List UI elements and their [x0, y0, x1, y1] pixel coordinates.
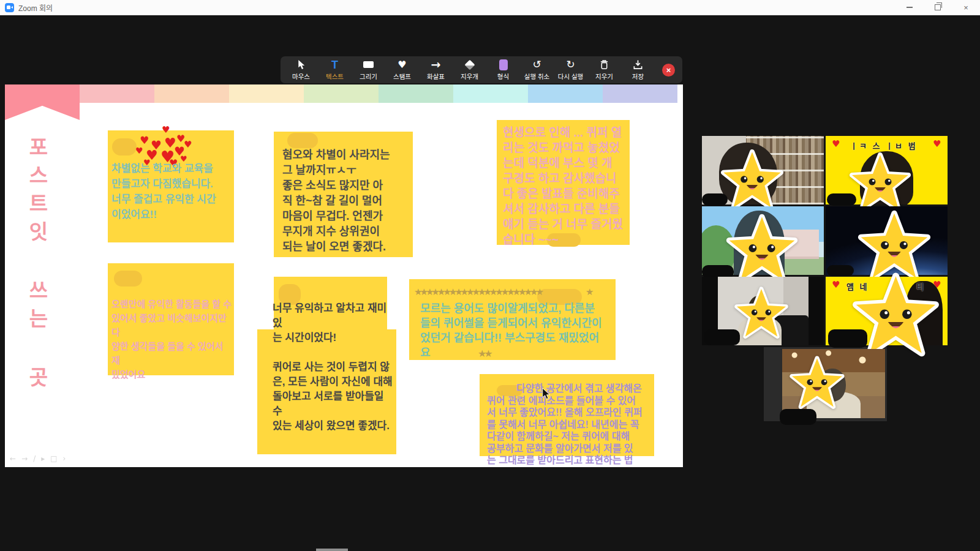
restore-button[interactable] — [924, 0, 952, 15]
heart-stamp-icon: ♥ — [140, 135, 149, 146]
participant-yellow-banner[interactable]: ♥ㅣㅋ 스 ㅣㅂ 범♥ — [826, 136, 948, 204]
redo-icon: ↻ — [566, 59, 575, 70]
draw-icon — [363, 59, 374, 70]
tool-eraser[interactable]: 지우개 — [453, 58, 486, 82]
strip-color-4 — [304, 84, 379, 103]
tool-format-label: 형식 — [497, 72, 509, 81]
ribbon-bookmark — [5, 84, 80, 120]
strip-color-3 — [229, 84, 304, 103]
taskbar-hint — [316, 549, 348, 551]
note-1: ♥♥♥♥♥♥♥♥♥♥♥♥♥차별없는 학교와 교육을 만들고자 다짐했습니다. 너… — [108, 130, 108, 131]
minimize-icon — [907, 7, 913, 8]
star-face-icon — [787, 354, 847, 414]
close-button[interactable]: × — [952, 0, 980, 15]
minimize-button[interactable] — [895, 0, 924, 15]
participant-room[interactable] — [702, 277, 824, 345]
whiteboard-canvas[interactable]: 포스트잇 쓰는 곳 ♥♥♥♥♥♥♥♥♥♥♥♥♥차별없는 학교와 교육을 만들고자… — [5, 84, 683, 467]
window-title: Zoom 회의 — [18, 2, 53, 13]
tool-stamp-label: 스탬프 — [393, 72, 411, 81]
redacted-name-blob — [112, 138, 137, 156]
annotation-close-button[interactable]: × — [662, 64, 675, 77]
tool-format[interactable]: 형식 — [486, 58, 520, 82]
tool-save-label: 저장 — [632, 72, 644, 81]
redacted-name-blob — [114, 271, 142, 287]
strip-color-7 — [528, 84, 603, 103]
strip-color-5 — [379, 84, 453, 103]
tool-redo[interactable]: ↻다시 실행 — [554, 58, 587, 82]
redacted-name-tag — [827, 193, 856, 206]
note-5-text: 너무 유익하고 알차고 재미있 는 시간이었다! 퀴어로 사는 것이 두렵지 않… — [273, 301, 395, 433]
tool-undo[interactable]: ↺실행 취소 — [520, 58, 554, 82]
select-icon[interactable]: ▸ — [41, 454, 45, 463]
star-stamp-icon: ★ — [586, 287, 591, 298]
tool-save[interactable]: 저장 — [621, 58, 655, 82]
note-2: 혐오와 차별이 사라지는 그 날까지ㅠㅅㅜ 좋은 소식도 많지만 아 직 한~참… — [274, 132, 274, 132]
tool-draw[interactable]: 그리기 — [352, 58, 385, 82]
note-6: ★★★★★★★★★★★★★★★★★★★★★★★★★모르는 용어도 많이알게되었고… — [409, 279, 410, 280]
restore-icon — [935, 4, 941, 10]
tool-draw-label: 그리기 — [360, 72, 377, 81]
arrow-icon: → — [431, 59, 441, 70]
note-7: 다양한 공간에서 겪고 생각해온 퀴어 관련 에피소드를 들어볼 수 있어 서 … — [480, 374, 480, 375]
note-7-text: 다양한 공간에서 겪고 생각해온 퀴어 관련 에피소드를 들어볼 수 있어 서 … — [487, 383, 654, 467]
redacted-name-tag — [702, 193, 728, 206]
text-icon: T — [331, 59, 338, 70]
whiteboard-mini-toolbar: ←→/▸□› — [10, 454, 66, 463]
redacted-name-tag — [704, 329, 740, 345]
participant-yellow-banner-2[interactable]: ♥앰 네티♥ — [826, 277, 948, 345]
shape-icon[interactable]: □ — [50, 454, 57, 463]
tool-redo-label: 다시 실행 — [558, 72, 584, 81]
window-controls: × — [895, 0, 980, 15]
tool-arrow-label: 화살표 — [427, 72, 445, 81]
tool-arrow[interactable]: →화살표 — [419, 58, 453, 82]
note-1-text: 차별없는 학교와 교육을 만들고자 다짐했습니다. 너무 즐겁고 유익한 시간 … — [111, 161, 233, 222]
format-icon — [499, 59, 508, 70]
expand-icon[interactable]: › — [63, 454, 66, 463]
note-4: 오랜만에 유익한 활동들을 할 수 있어서 좋았고 비슷해보이지만 다 양한 생… — [108, 263, 108, 264]
tool-clear[interactable]: 지우기 — [587, 58, 621, 82]
strip-color-8 — [603, 84, 677, 103]
heart-stamp-icon: ♥ — [184, 140, 192, 149]
participant-space[interactable] — [826, 206, 948, 275]
strip-color-6 — [453, 84, 528, 103]
clear-icon — [600, 59, 609, 70]
participant-outdoor[interactable] — [702, 206, 824, 275]
heart-icon: ♥ — [933, 140, 941, 149]
annotation-toolbar: 마우스T텍스트그리기♥스탬프→화살표지우개형식↺실행 취소↻다시 실행지우기저장… — [281, 56, 682, 83]
save-icon — [633, 59, 643, 70]
tool-text[interactable]: T텍스트 — [318, 58, 352, 82]
tool-undo-label: 실행 취소 — [524, 72, 550, 81]
participant-cafe[interactable] — [782, 349, 885, 418]
tool-stamp[interactable]: ♥스탬프 — [385, 58, 419, 82]
participant-bookshelf[interactable] — [702, 136, 824, 204]
mouse-cursor — [541, 388, 551, 400]
note-3: 현생으로 인해 ... 퀴퍼 열 리는 것도 까먹고 놓쳤었 는데 덕분에 부스… — [497, 120, 497, 121]
zoom-app-icon — [5, 3, 14, 12]
note-5: 너무 유익하고 알차고 재미있 는 시간이었다! 퀴어로 사는 것이 두렵지 않… — [257, 277, 258, 277]
stamp-icon: ♥ — [398, 59, 406, 70]
tool-text-label: 텍스트 — [326, 72, 344, 81]
virtual-bg-banner: ♥ㅣㅋ 스 ㅣㅂ 범♥ — [826, 138, 948, 151]
eraser-icon — [466, 59, 473, 70]
tool-clear-label: 지우기 — [595, 72, 613, 81]
heart-stamp-icon: ♥ — [162, 126, 170, 135]
tool-mouse[interactable]: 마우스 — [284, 58, 318, 82]
tool-mouse-label: 마우스 — [292, 72, 310, 81]
redacted-name-blob — [287, 133, 318, 148]
undo-icon: ↺ — [532, 59, 541, 70]
star-stamps-row: ★★★★★★★★★★★★★★★★★★★★★★ — [414, 287, 541, 298]
heart-icon: ♥ — [832, 280, 840, 290]
window-titlebar: Zoom 회의 × — [0, 0, 980, 15]
back-arrow-icon[interactable]: ← — [10, 454, 16, 463]
redacted-name-tag — [780, 409, 816, 425]
redacted-name-tag — [828, 329, 867, 348]
pen-icon[interactable]: / — [33, 454, 36, 463]
heart-stamp-icon: ♥ — [135, 146, 143, 155]
star-face-icon — [732, 285, 791, 343]
note-6-text: 모르는 용어도 많이알게되었고, 다른분 들의 퀴어썰을 듣게되어서 유익한시간… — [420, 301, 622, 360]
heart-icon: ♥ — [832, 140, 840, 149]
strip-color-1 — [80, 84, 154, 103]
side-label: 포스트잇 쓰는 곳 — [27, 137, 47, 395]
forward-arrow-icon[interactable]: → — [21, 454, 28, 463]
note-3-text: 현생으로 인해 ... 퀴퍼 열 리는 것도 까먹고 놓쳤었 는데 덕분에 부스… — [503, 125, 628, 247]
